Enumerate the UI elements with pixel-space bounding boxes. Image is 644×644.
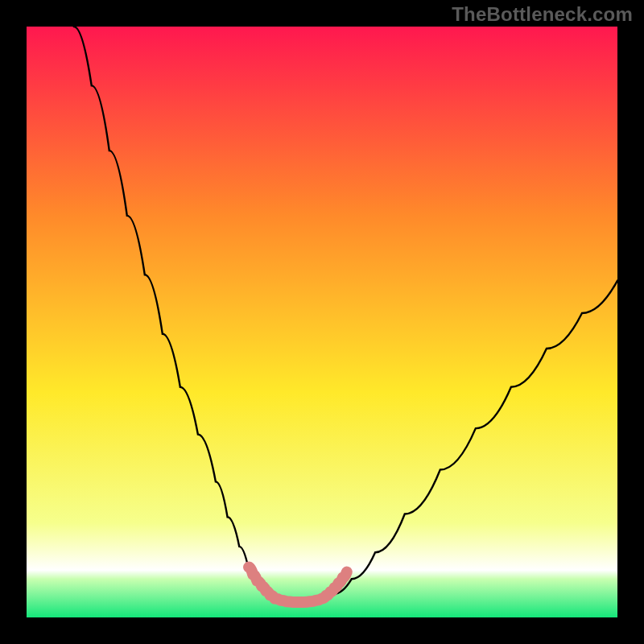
bottleneck-chart bbox=[0, 0, 644, 644]
plot-area bbox=[27, 27, 617, 617]
watermark-text: TheBottleneck.com bbox=[452, 3, 633, 26]
chart-frame: TheBottleneck.com bbox=[0, 0, 644, 644]
